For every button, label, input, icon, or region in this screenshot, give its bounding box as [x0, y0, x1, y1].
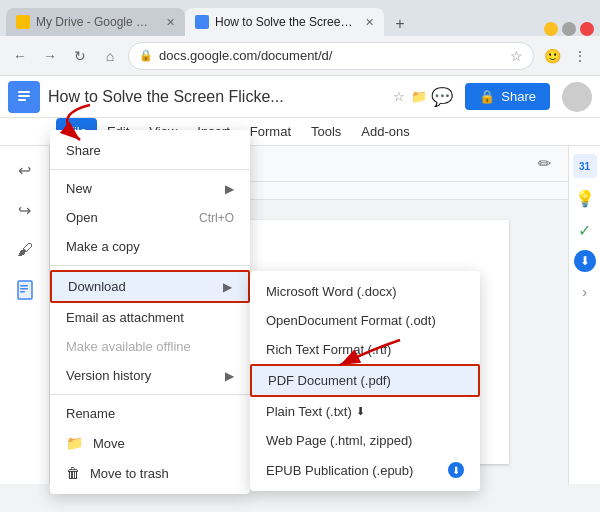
new-item-label: New [66, 181, 92, 196]
download-item-label: Download [68, 279, 126, 294]
epub-label: EPUB Publication (.epub) [266, 463, 413, 478]
trash-icon: 🗑 [66, 465, 80, 481]
submenu-html[interactable]: Web Page (.html, zipped) [250, 426, 480, 455]
menu-item-share[interactable]: Share [50, 136, 250, 165]
menu-item-version[interactable]: Version history ▶ [50, 361, 250, 390]
epub-icon: ⬇ [448, 462, 464, 478]
rtf-label: Rich Text Format (.rtf) [266, 342, 391, 357]
submenu-epub[interactable]: EPUB Publication (.epub) ⬇ [250, 455, 480, 485]
trash-item-label: Move to trash [90, 466, 169, 481]
submenu-txt[interactable]: Plain Text (.txt) ⬇ [250, 397, 480, 426]
submenu-docx[interactable]: Microsoft Word (.docx) [250, 277, 480, 306]
open-item-label: Open [66, 210, 98, 225]
download-submenu: Microsoft Word (.docx) OpenDocument Form… [250, 271, 480, 491]
offline-item-label: Make available offline [66, 339, 191, 354]
dropdown-overlay: Share New ▶ Open Ctrl+O Make a copy Down… [0, 0, 600, 512]
move-item-label: Move [93, 436, 125, 451]
file-dropdown-menu: Share New ▶ Open Ctrl+O Make a copy Down… [50, 130, 250, 494]
menu-item-move[interactable]: 📁 Move [50, 428, 250, 458]
menu-item-email[interactable]: Email as attachment [50, 303, 250, 332]
version-arrow-icon: ▶ [225, 369, 234, 383]
menu-item-download[interactable]: Download ▶ [50, 270, 250, 303]
html-label: Web Page (.html, zipped) [266, 433, 412, 448]
divider-3 [50, 394, 250, 395]
copy-item-label: Make a copy [66, 239, 140, 254]
window-frame: My Drive - Google Drive ✕ How to Solve t… [0, 0, 600, 512]
rename-item-label: Rename [66, 406, 115, 421]
version-item-label: Version history [66, 368, 151, 383]
txt-icon: ⬇ [356, 405, 365, 418]
download-arrow-icon: ▶ [223, 280, 232, 294]
txt-label: Plain Text (.txt) [266, 404, 352, 419]
odt-label: OpenDocument Format (.odt) [266, 313, 436, 328]
submenu-odt[interactable]: OpenDocument Format (.odt) [250, 306, 480, 335]
submenu-pdf[interactable]: PDF Document (.pdf) [250, 364, 480, 397]
docx-label: Microsoft Word (.docx) [266, 284, 397, 299]
menu-item-trash[interactable]: 🗑 Move to trash [50, 458, 250, 488]
menu-item-rename[interactable]: Rename [50, 399, 250, 428]
open-shortcut: Ctrl+O [199, 211, 234, 225]
menu-item-new[interactable]: New ▶ [50, 174, 250, 203]
new-arrow-icon: ▶ [225, 182, 234, 196]
menu-item-copy[interactable]: Make a copy [50, 232, 250, 261]
divider-2 [50, 265, 250, 266]
menu-item-open[interactable]: Open Ctrl+O [50, 203, 250, 232]
email-item-label: Email as attachment [66, 310, 184, 325]
menu-item-offline: Make available offline [50, 332, 250, 361]
share-item-label: Share [66, 143, 101, 158]
move-folder-icon: 📁 [66, 435, 83, 451]
divider-1 [50, 169, 250, 170]
submenu-rtf[interactable]: Rich Text Format (.rtf) [250, 335, 480, 364]
pdf-label: PDF Document (.pdf) [268, 373, 391, 388]
